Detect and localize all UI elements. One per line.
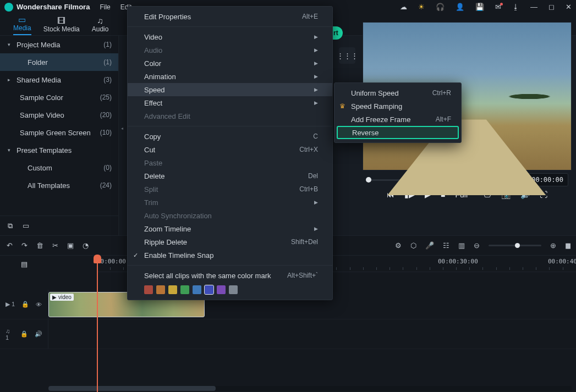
menu-item-label: Select all clips with the same color mar… (144, 272, 271, 280)
menu-item: Advanced Edit (128, 109, 332, 123)
frame-icon[interactable]: ▥ (458, 241, 465, 250)
sidebar-item[interactable]: ▾Preset Templates (0, 141, 118, 159)
timeline-menu-icon[interactable]: ▤ (21, 260, 28, 268)
color-swatch[interactable] (193, 285, 201, 294)
lock-icon[interactable]: 🔒 (20, 330, 28, 338)
color-swatch[interactable] (229, 285, 238, 294)
delete-icon[interactable]: 🗑 (36, 241, 43, 250)
sidebar-item[interactable]: Custom(0) (0, 159, 118, 176)
menu-item[interactable]: Animation▶ (128, 70, 332, 83)
submenu-item[interactable]: Uniform SpeedCtrl+R (334, 86, 461, 100)
sun-icon[interactable]: ☀ (418, 3, 425, 11)
menu-item[interactable]: CutCtrl+X (128, 143, 332, 156)
window-minimize-icon[interactable]: — (530, 3, 537, 11)
submenu-item[interactable]: ♛Speed Ramping (334, 100, 461, 113)
menu-item[interactable]: Color▶ (128, 57, 332, 70)
tab-audio[interactable]: ♫ Audio (92, 16, 109, 35)
mic-icon[interactable]: 🎤 (425, 241, 434, 250)
menu-item[interactable]: CopyC (128, 130, 332, 143)
menu-item[interactable]: Enable Timeline Snap (128, 249, 332, 262)
menu-item[interactable]: Video▶ (128, 30, 332, 43)
user-icon[interactable]: 👤 (456, 3, 464, 11)
save-icon[interactable]: 💾 (475, 3, 484, 11)
folder-icon[interactable]: ▭ (23, 222, 29, 230)
submenu-item[interactable]: Add Freeze FrameAlt+F (334, 113, 461, 126)
menu-item-label: Edit Properties (144, 13, 191, 21)
menu-item: Auto Synchronization (128, 209, 332, 222)
menu-item[interactable]: Select all clips with the same color mar… (128, 269, 332, 282)
sidebar-item-label: Shared Media (17, 76, 61, 84)
color-swatch[interactable] (180, 285, 189, 294)
sidebar-bottom-toolbar: ⧉ ▭ (0, 216, 118, 235)
sidebar-item-label: Custom (28, 164, 52, 172)
tab-stock-media[interactable]: 🎞 Stock Media (43, 16, 80, 35)
chevron-icon: ▾ (8, 147, 13, 153)
eye-icon[interactable]: 👁 (36, 301, 42, 308)
chevron-right-icon: ▶ (314, 34, 318, 40)
menu-item[interactable]: Ripple DeleteShift+Del (128, 235, 332, 249)
cut-icon[interactable]: ✂ (52, 241, 58, 250)
menu-item[interactable]: Edit PropertiesAlt+E (128, 10, 332, 23)
color-swatch[interactable] (168, 285, 177, 294)
undo-icon[interactable]: ↶ (7, 241, 13, 250)
notification-icon[interactable]: ✉ (495, 3, 501, 11)
chevron-right-icon: ▶ (314, 74, 318, 79)
menu-item[interactable]: Effect▶ (128, 96, 332, 109)
lock-icon[interactable]: 🔒 (21, 301, 29, 308)
speaker-icon[interactable]: 🔊 (35, 330, 42, 338)
download-icon[interactable]: ⭳ (512, 3, 519, 11)
speed-icon[interactable]: ◔ (83, 241, 89, 250)
sidebar-item-count: (3) (103, 76, 112, 84)
menu-item[interactable]: Speed▶ (128, 83, 332, 96)
clip-label: ▶ video (50, 294, 74, 301)
timeline-scrollbar[interactable] (48, 386, 572, 391)
sidebar-item-count: (1) (103, 41, 112, 48)
sidebar-item[interactable]: ▸Shared Media(3) (0, 71, 118, 89)
crop-icon[interactable]: ▣ (67, 241, 74, 250)
menu-item: Paste (128, 156, 332, 169)
film-icon: 🎞 (57, 16, 65, 25)
redo-icon[interactable]: ↷ (21, 241, 28, 250)
zoom-slider[interactable] (489, 245, 541, 246)
window-maximize-icon[interactable]: ◻ (548, 3, 555, 11)
tab-media[interactable]: ▭ Media (13, 15, 31, 35)
zoom-in-icon[interactable]: ⊕ (550, 241, 556, 250)
sidebar-item-count: (10) (100, 129, 112, 136)
sidebar-item[interactable]: Folder(1) (0, 53, 118, 71)
marker-icon[interactable]: ⬡ (410, 241, 416, 250)
sidebar-item-label: All Templates (28, 181, 70, 190)
menu-file[interactable]: File (100, 3, 110, 11)
menu-item[interactable]: Zoom Timeline▶ (128, 222, 332, 235)
window-close-icon[interactable]: ✕ (566, 3, 572, 11)
audio-track-body[interactable] (48, 319, 576, 349)
settings-gear-icon[interactable]: ⚙ (395, 241, 402, 250)
sidebar-item[interactable]: Sample Green Screen(10) (0, 124, 118, 141)
cloud-icon[interactable]: ☁ (400, 3, 407, 11)
headphones-icon[interactable]: 🎧 (436, 3, 445, 11)
menu-item-label: Paste (144, 159, 162, 167)
sidebar-item[interactable]: All Templates(24) (0, 176, 118, 194)
tab-label: Media (13, 24, 31, 32)
mixer-icon[interactable]: ☷ (443, 241, 449, 250)
sidebar-item[interactable]: ▾Project Media(1) (0, 36, 118, 53)
chevron-right-icon: ▶ (314, 226, 318, 231)
sidebar-item[interactable]: Sample Color(25) (0, 89, 118, 106)
menu-item[interactable]: DeleteDel (128, 169, 332, 183)
submenu-item-label: Reverse (352, 129, 378, 137)
zoom-out-icon[interactable]: ⊖ (474, 241, 480, 250)
menu-item-label: Effect (144, 99, 162, 107)
color-swatch[interactable] (144, 285, 153, 294)
panel-drag-handle[interactable]: ◂ (119, 123, 125, 133)
color-swatch[interactable] (205, 285, 213, 294)
color-swatch[interactable] (217, 285, 226, 294)
color-swatch[interactable] (156, 285, 165, 294)
sidebar-item[interactable]: Sample Video(20) (0, 106, 118, 124)
submenu-item-shortcut: Ctrl+R (432, 89, 451, 97)
new-folder-icon[interactable]: ⧉ (8, 222, 13, 230)
playhead[interactable] (97, 256, 98, 392)
grid-view-icon[interactable]: ⋮⋮⋮ (339, 47, 355, 64)
ruler-timecode: 00:00:40:00 (548, 258, 576, 265)
sidebar-item-label: Project Media (17, 41, 60, 49)
submenu-item[interactable]: Reverse (337, 126, 459, 139)
fit-icon[interactable]: ▮▮ (565, 241, 569, 250)
